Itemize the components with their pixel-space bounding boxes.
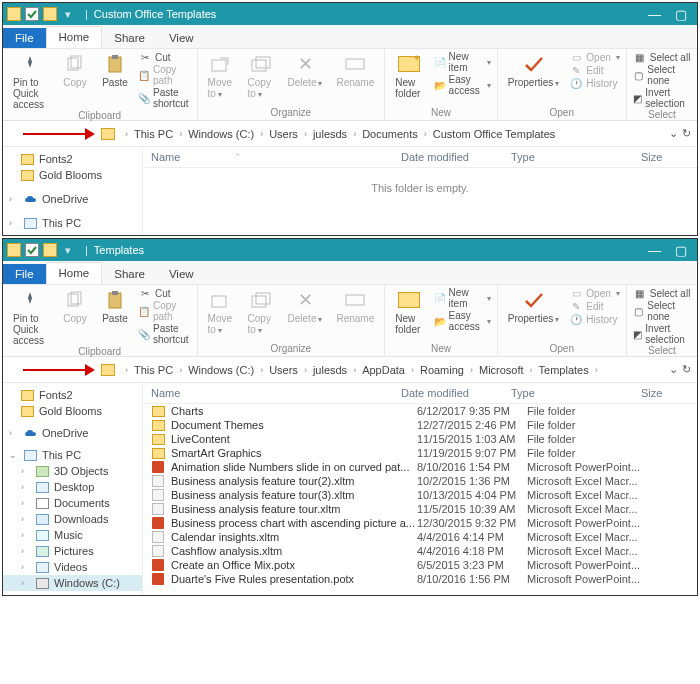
- select-none-button[interactable]: ▢Select none: [633, 300, 691, 322]
- select-all-button[interactable]: ▦Select all: [633, 287, 691, 299]
- column-headers[interactable]: Name Date modified Type Size: [143, 383, 697, 404]
- delete-button[interactable]: ✕Delete▾: [284, 287, 327, 324]
- new-folder-button[interactable]: ✦New folder: [391, 51, 427, 99]
- file-row[interactable]: Document Themes12/27/2015 2:46 PMFile fo…: [143, 418, 697, 432]
- nav-item[interactable]: ›Desktop: [3, 479, 142, 495]
- dropdown-icon[interactable]: ⌄: [669, 363, 678, 376]
- nav-item-this-pc[interactable]: ⌄This PC: [3, 447, 142, 463]
- select-none-button[interactable]: ▢Select none: [633, 64, 691, 86]
- delete-button[interactable]: ✕Delete▾: [284, 51, 327, 88]
- history-button[interactable]: 🕐History: [569, 313, 619, 325]
- nav-item[interactable]: Fonts2: [3, 151, 142, 167]
- tab-file[interactable]: File: [3, 264, 46, 284]
- paste-shortcut-button[interactable]: 📎Paste shortcut: [138, 87, 191, 109]
- dropdown-icon[interactable]: ⌄: [669, 127, 678, 140]
- nav-item[interactable]: ›Documents: [3, 495, 142, 511]
- file-row[interactable]: Charts6/12/2017 9:35 PMFile folder: [143, 404, 697, 418]
- nav-item[interactable]: Gold Blooms: [3, 167, 142, 183]
- file-row[interactable]: Business analysis feature tour(3).xltm10…: [143, 488, 697, 502]
- paste-button[interactable]: Paste: [98, 287, 132, 324]
- copy-path-button[interactable]: 📋Copy path: [138, 300, 191, 322]
- cut-button[interactable]: ✂Cut: [138, 287, 191, 299]
- copy-button[interactable]: Copy: [58, 51, 92, 88]
- tab-view[interactable]: View: [157, 264, 206, 284]
- edit-button[interactable]: ✎Edit: [569, 300, 619, 312]
- paste-button[interactable]: Paste: [98, 51, 132, 88]
- nav-item-this-pc[interactable]: ›This PC: [3, 215, 142, 231]
- column-headers[interactable]: Name⌃ Date modified Type Size: [143, 147, 697, 168]
- new-item-button[interactable]: 📄New item▾: [434, 51, 491, 73]
- new-folder-button[interactable]: New folder: [391, 287, 427, 335]
- tab-home[interactable]: Home: [46, 26, 103, 48]
- history-button[interactable]: 🕐History: [569, 77, 619, 89]
- breadcrumb[interactable]: Documents: [360, 128, 420, 140]
- minimize-button[interactable]: —: [648, 244, 661, 257]
- pin-quick-access-button[interactable]: Pin to Quick access: [9, 51, 52, 110]
- copy-path-button[interactable]: 📋Copy path: [138, 64, 191, 86]
- paste-shortcut-button[interactable]: 📎Paste shortcut: [138, 323, 191, 345]
- minimize-button[interactable]: —: [648, 8, 661, 21]
- address-bar[interactable]: › This PC› Windows (C:)› Users› julesds›…: [3, 121, 697, 147]
- breadcrumb[interactable]: Roaming: [418, 364, 466, 376]
- properties-button[interactable]: Properties▾: [504, 51, 564, 88]
- properties-button[interactable]: Properties▾: [504, 287, 564, 324]
- nav-item-onedrive[interactable]: ›OneDrive: [3, 191, 142, 207]
- nav-item[interactable]: ›Downloads: [3, 511, 142, 527]
- move-to-button[interactable]: Move to▾: [204, 51, 238, 99]
- nav-item[interactable]: ›3D Objects: [3, 463, 142, 479]
- breadcrumb[interactable]: Templates: [537, 364, 591, 376]
- chevron-down-icon[interactable]: ⌄: [9, 450, 19, 460]
- maximize-button[interactable]: ▢: [675, 244, 687, 257]
- maximize-button[interactable]: ▢: [675, 8, 687, 21]
- cut-button[interactable]: ✂Cut: [138, 51, 191, 63]
- move-to-button[interactable]: Move to▾: [204, 287, 238, 335]
- breadcrumb[interactable]: AppData: [360, 364, 407, 376]
- rename-button[interactable]: Rename: [332, 287, 378, 324]
- file-row[interactable]: Business analysis feature tour(2).xltm10…: [143, 474, 697, 488]
- copy-to-button[interactable]: Copy to▾: [244, 51, 278, 99]
- nav-item[interactable]: Gold Blooms: [3, 403, 142, 419]
- nav-item[interactable]: Fonts2: [3, 387, 142, 403]
- invert-selection-button[interactable]: ◩Invert selection: [633, 323, 691, 345]
- copy-to-button[interactable]: Copy to▾: [244, 287, 278, 335]
- tab-view[interactable]: View: [157, 28, 206, 48]
- breadcrumb[interactable]: Users: [267, 128, 300, 140]
- nav-item[interactable]: ›Videos: [3, 559, 142, 575]
- nav-item-selected[interactable]: ›Windows (C:): [3, 575, 142, 591]
- file-row[interactable]: Calendar insights.xltm4/4/2016 4:14 PMMi…: [143, 530, 697, 544]
- breadcrumb[interactable]: Users: [267, 364, 300, 376]
- rename-button[interactable]: Rename: [332, 51, 378, 88]
- file-row[interactable]: Business analysis feature tour.xltm11/5/…: [143, 502, 697, 516]
- invert-selection-button[interactable]: ◩Invert selection: [633, 87, 691, 109]
- qa-checkbox[interactable]: [25, 7, 39, 21]
- breadcrumb[interactable]: julesds: [311, 128, 349, 140]
- file-row[interactable]: Animation slide Numbers slide in on curv…: [143, 460, 697, 474]
- chevron-right-icon[interactable]: ›: [9, 218, 19, 228]
- file-row[interactable]: Business process chart with ascending pi…: [143, 516, 697, 530]
- open-button[interactable]: ▭Open▾: [569, 287, 619, 299]
- titlebar[interactable]: ▾ | Custom Office Templates — ▢: [3, 3, 697, 25]
- select-all-button[interactable]: ▦Select all: [633, 51, 691, 63]
- tab-share[interactable]: Share: [102, 28, 157, 48]
- easy-access-button[interactable]: 📂Easy access▾: [434, 310, 491, 332]
- new-item-button[interactable]: 📄New item▾: [434, 287, 491, 309]
- copy-button[interactable]: Copy: [58, 287, 92, 324]
- file-row[interactable]: Duarte's Five Rules presentation.potx8/1…: [143, 572, 697, 586]
- open-button[interactable]: ▭Open▾: [569, 51, 619, 63]
- chevron-right-icon[interactable]: ›: [9, 194, 19, 204]
- file-row[interactable]: Create an Office Mix.potx6/5/2015 3:23 P…: [143, 558, 697, 572]
- nav-item[interactable]: ›Pictures: [3, 543, 142, 559]
- address-bar[interactable]: › This PC› Windows (C:)› Users› julesds›…: [3, 357, 697, 383]
- tab-share[interactable]: Share: [102, 264, 157, 284]
- edit-button[interactable]: ✎Edit: [569, 64, 619, 76]
- tab-home[interactable]: Home: [46, 262, 103, 284]
- qa-dropdown[interactable]: ▾: [61, 7, 75, 21]
- easy-access-button[interactable]: 📂Easy access▾: [434, 74, 491, 96]
- titlebar[interactable]: ▾ | Templates — ▢: [3, 239, 697, 261]
- refresh-icon[interactable]: ↻: [682, 127, 691, 140]
- qa-dropdown[interactable]: ▾: [61, 243, 75, 257]
- breadcrumb[interactable]: Microsoft: [477, 364, 526, 376]
- file-row[interactable]: LiveContent11/15/2015 1:03 AMFile folder: [143, 432, 697, 446]
- breadcrumb[interactable]: julesds: [311, 364, 349, 376]
- qa-checkbox[interactable]: [25, 243, 39, 257]
